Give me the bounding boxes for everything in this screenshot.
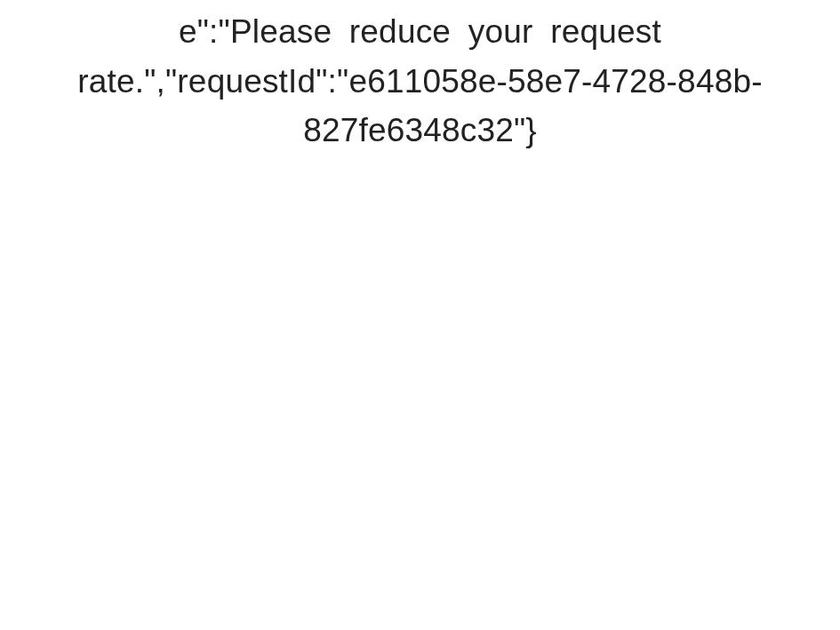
error-json-text: e":"Please reduce your request rate.","r… <box>0 0 840 156</box>
page-container: e":"Please reduce your request rate.","r… <box>0 0 840 630</box>
